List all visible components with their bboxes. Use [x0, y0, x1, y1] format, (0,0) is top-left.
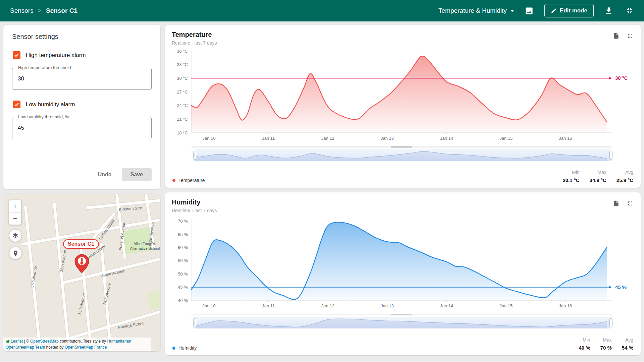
scrollbar-thumb[interactable]: [391, 314, 412, 315]
legend-temperature[interactable]: Temperature: [172, 178, 205, 183]
stat-avg-value: 54 %: [622, 345, 633, 351]
svg-text:30 °C: 30 °C: [615, 75, 628, 81]
file-export-icon: [613, 200, 620, 207]
chart-header: Humidity Realtime - last 7 days: [172, 198, 634, 213]
high-temp-alarm-checkbox[interactable]: High temperature alarm: [13, 51, 151, 59]
leaflet-logo-icon: [6, 340, 9, 343]
range-mini-chart: [194, 149, 612, 161]
temperature-chart[interactable]: 18 °C21 °C24 °C27 °C30 °C33 °C36 °CJan 1…: [172, 46, 634, 144]
fullscreen-chart-button[interactable]: [627, 32, 634, 40]
zoom-in-button[interactable]: +: [9, 200, 21, 212]
osm-link[interactable]: OpenStreetMap: [30, 339, 59, 344]
range-handle-right[interactable]: [609, 151, 612, 160]
chart-scrollbar[interactable]: [191, 146, 612, 148]
legend-humidity[interactable]: Humidity: [172, 345, 197, 351]
low-humidity-threshold-input[interactable]: [12, 117, 151, 139]
svg-text:45 %: 45 %: [615, 284, 627, 290]
low-humidity-alarm-label: Low humidity alarm: [26, 101, 75, 108]
range-handle-left[interactable]: [193, 318, 196, 327]
file-export-icon: [613, 33, 620, 39]
checkbox-checked-icon[interactable]: [13, 51, 20, 59]
download-button[interactable]: [603, 5, 614, 16]
sensor-marker-label[interactable]: Sensor C1: [63, 239, 99, 249]
chart-footer: Temperature Min20.1 °C Max34.8 °C Avg25.…: [172, 167, 634, 183]
scrollbar-thumb[interactable]: [391, 146, 412, 148]
legend-label: Humidity: [178, 345, 197, 351]
humidity-chart-title: Humidity: [172, 198, 217, 206]
low-humidity-alarm-checkbox[interactable]: Low humidity alarm: [13, 101, 151, 108]
settings-actions: Undo Save: [12, 168, 152, 181]
range-handle-left[interactable]: [193, 151, 196, 160]
svg-text:27 °C: 27 °C: [177, 89, 188, 95]
high-temp-threshold-label: High temperature threshold: [16, 65, 73, 70]
undo-button[interactable]: Undo: [92, 168, 118, 181]
svg-text:70 %: 70 %: [178, 219, 188, 224]
svg-text:Jan 12: Jan 12: [321, 136, 334, 141]
export-chart-button[interactable]: [612, 200, 620, 207]
leaflet-link[interactable]: Leaflet: [11, 339, 23, 344]
svg-text:Jan 13: Jan 13: [381, 136, 394, 141]
low-humidity-threshold-field[interactable]: Low humidity threshold, %: [12, 117, 152, 139]
svg-text:36 °C: 36 °C: [177, 49, 188, 54]
chart-scrollbar[interactable]: [191, 314, 612, 315]
fullscreen-chart-button[interactable]: [627, 200, 634, 207]
sensor-marker[interactable]: [74, 254, 89, 275]
image-export-button[interactable]: [524, 5, 535, 16]
svg-text:Jan 16: Jan 16: [559, 303, 572, 308]
breadcrumb-sensors-link[interactable]: Sensors: [10, 7, 34, 14]
breadcrumb: Sensors > Sensor C1: [10, 7, 77, 14]
svg-text:33 °C: 33 °C: [177, 62, 188, 67]
svg-text:60 %: 60 %: [178, 245, 188, 250]
map-pin-thermometer-icon: [74, 254, 89, 273]
svg-text:Jan 11: Jan 11: [262, 303, 275, 308]
map-attribution: Leaflet | © OpenStreetMap contributors, …: [3, 338, 151, 351]
humidity-chart[interactable]: 40 %45 %50 %55 %60 %65 %70 %Jan 10Jan 11…: [172, 214, 634, 312]
chart-header: Temperature Realtime - last 7 days: [172, 31, 634, 46]
fullscreen-icon: [627, 200, 634, 207]
settings-title: Sensor settings: [12, 33, 152, 41]
legend-label: Temperature: [178, 178, 205, 183]
edit-mode-label: Edit mode: [560, 7, 587, 14]
chart-footer: Humidity Min40 % Max70 % Avg54 %: [172, 335, 634, 351]
range-handle-right[interactable]: [609, 318, 612, 327]
checkbox-checked-icon[interactable]: [13, 101, 20, 108]
exit-fullscreen-button[interactable]: [624, 5, 635, 16]
layers-icon: [12, 232, 19, 239]
stat-max-label: Max: [597, 170, 606, 175]
dashboard-selector[interactable]: Temperature & Humidity: [438, 7, 514, 14]
save-button[interactable]: Save: [122, 168, 152, 181]
stat-min-label: Min: [572, 170, 580, 175]
stat-avg-value: 25.8 °C: [616, 177, 633, 183]
svg-text:Jan 14: Jan 14: [440, 303, 453, 308]
edit-mode-button[interactable]: Edit mode: [544, 4, 594, 17]
pencil-icon: [551, 8, 557, 14]
layers-button[interactable]: [9, 229, 22, 242]
download-icon: [604, 6, 613, 15]
svg-text:Jan 15: Jan 15: [499, 136, 513, 141]
locate-button[interactable]: [9, 247, 22, 259]
high-temp-threshold-input[interactable]: [12, 68, 151, 89]
topbar-actions: Temperature & Humidity Edit mode: [438, 4, 635, 17]
zoom-out-button[interactable]: −: [9, 213, 21, 225]
school-label: Alice Fong Yu Alternative School: [129, 241, 160, 251]
humidity-range-selector[interactable]: [194, 317, 612, 328]
fullscreen-icon: [627, 33, 634, 39]
svg-text:18 °C: 18 °C: [177, 130, 188, 135]
svg-text:50 %: 50 %: [178, 272, 188, 277]
legend-dot: [172, 179, 175, 182]
stat-min-value: 40 %: [579, 345, 590, 351]
temperature-card: Temperature Realtime - last 7 days 18 °C…: [165, 25, 641, 188]
temperature-chart-subtitle: Realtime - last 7 days: [172, 40, 217, 46]
svg-text:Jan 15: Jan 15: [499, 303, 513, 308]
dashboard-selector-label: Temperature & Humidity: [438, 7, 507, 14]
osmfr-link[interactable]: OpenStreetMap France: [65, 345, 107, 350]
low-humidity-threshold-label: Low humidity threshold, %: [16, 114, 71, 119]
export-chart-button[interactable]: [612, 32, 620, 40]
svg-text:21 °C: 21 °C: [177, 117, 188, 122]
high-temp-threshold-field[interactable]: High temperature threshold: [12, 68, 152, 90]
sensor-map-card[interactable]: venueKirkham StreFunston Avenue12th Aven…: [3, 194, 160, 351]
attribution-text: | ©: [23, 339, 30, 344]
temperature-range-selector[interactable]: [194, 149, 612, 161]
range-mini-chart: [194, 317, 612, 328]
svg-text:55 %: 55 %: [178, 258, 188, 263]
